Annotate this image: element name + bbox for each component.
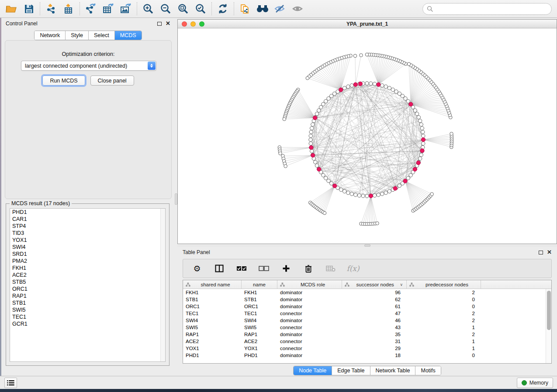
tab-edge-table[interactable]: Edge Table (332, 366, 370, 375)
show-all-button[interactable] (289, 1, 306, 16)
leaf-node[interactable] (450, 132, 453, 136)
deselect-all-columns-button[interactable] (259, 263, 269, 274)
ring-node[interactable] (384, 191, 387, 194)
result-node-item[interactable]: TID3 (10, 230, 165, 237)
ring-node[interactable] (327, 97, 330, 100)
leaf-node[interactable] (323, 211, 326, 215)
table-row[interactable]: RAP1RAP1dominator352 (183, 331, 546, 338)
ring-node[interactable] (418, 157, 422, 160)
ring-node[interactable] (377, 193, 380, 196)
leaf-node[interactable] (279, 152, 282, 155)
save-session-button[interactable] (20, 1, 38, 16)
ring-node[interactable] (417, 115, 420, 119)
select-all-columns-button[interactable] (236, 263, 247, 274)
tab-select[interactable]: Select (89, 31, 115, 40)
column-header-predecessor-nodes[interactable]: predecessor nodes (407, 280, 481, 289)
ring-node[interactable] (315, 112, 318, 116)
refresh-layout-button[interactable] (214, 1, 232, 16)
mcds-hub-node[interactable] (409, 102, 413, 106)
leaf-node[interactable] (376, 222, 379, 225)
mcds-hub-node[interactable] (420, 149, 424, 153)
ring-node[interactable] (420, 127, 424, 130)
table-row[interactable]: SWI5SWI5connector431 (183, 324, 546, 331)
column-header-successor-nodes[interactable]: successor nodes∨ (342, 280, 407, 289)
open-file-button[interactable] (3, 1, 20, 16)
ring-node[interactable] (339, 188, 343, 191)
ring-node[interactable] (422, 134, 425, 138)
result-node-item[interactable]: RAP1 (10, 292, 165, 299)
close-panel-icon[interactable]: ✕ (166, 21, 170, 26)
global-search-field[interactable] (422, 3, 552, 15)
ring-node[interactable] (373, 82, 376, 86)
ring-node[interactable] (422, 142, 425, 145)
ring-node[interactable] (387, 189, 391, 193)
splitter-handle[interactable] (364, 244, 370, 247)
zoom-selected-button[interactable] (192, 1, 209, 16)
tab-style[interactable]: Style (66, 31, 89, 40)
result-node-item[interactable]: CAR1 (10, 216, 165, 223)
ring-node[interactable] (310, 127, 314, 130)
mcds-hub-node[interactable] (377, 83, 381, 86)
tab-network-table[interactable]: Network Table (370, 366, 416, 375)
ring-node[interactable] (314, 160, 317, 164)
apply-function-button[interactable]: f(x) (348, 263, 358, 274)
ring-node[interactable] (343, 86, 346, 90)
network-window-titlebar[interactable]: YPA_prune.txt_1 (178, 20, 557, 28)
ring-node[interactable] (369, 82, 373, 85)
mcds-hub-node[interactable] (309, 145, 313, 149)
result-node-item[interactable]: SWI4 (10, 244, 165, 251)
ring-node[interactable] (391, 88, 394, 91)
export-image-button[interactable] (117, 1, 135, 16)
ring-node[interactable] (394, 90, 398, 93)
result-node-item[interactable]: SWI5 (10, 306, 165, 313)
mcds-hub-node[interactable] (369, 194, 373, 198)
export-table-button[interactable] (100, 1, 117, 16)
mcds-hub-node[interactable] (339, 88, 343, 92)
criterion-dropdown[interactable]: largest connected component (undirected) (21, 61, 156, 71)
ring-node[interactable] (365, 194, 369, 198)
ring-node[interactable] (373, 194, 376, 197)
ring-node[interactable] (387, 86, 391, 90)
hide-selected-button[interactable] (271, 1, 289, 16)
ring-node[interactable] (365, 82, 369, 85)
ring-node[interactable] (357, 194, 361, 197)
leaf-node[interactable] (306, 76, 309, 80)
result-node-item[interactable]: YOX1 (10, 237, 165, 244)
ring-node[interactable] (421, 130, 425, 134)
result-node-item[interactable]: STB5 (10, 279, 165, 285)
mcds-hub-node[interactable] (358, 82, 362, 86)
import-table-button[interactable] (60, 1, 77, 16)
ring-node[interactable] (309, 142, 312, 145)
ring-node[interactable] (418, 119, 422, 123)
result-node-item[interactable]: STP4 (10, 223, 165, 230)
mcds-hub-node[interactable] (311, 153, 315, 157)
result-node-item[interactable]: TEC1 (10, 313, 165, 320)
mcds-hub-node[interactable] (313, 116, 317, 120)
scrollbar-thumb[interactable] (547, 291, 551, 330)
ring-node[interactable] (315, 164, 318, 167)
clone-network-button[interactable] (236, 1, 254, 16)
ring-node[interactable] (309, 138, 312, 141)
leaf-node[interactable] (353, 54, 357, 58)
add-column-button[interactable] (281, 263, 291, 274)
close-panel-icon[interactable]: ✕ (547, 250, 552, 254)
ring-node[interactable] (343, 189, 346, 193)
network-canvas[interactable] (178, 28, 557, 244)
table-row[interactable]: ORC1ORC1dominator610 (183, 303, 546, 310)
close-panel-button[interactable]: Close panel (90, 76, 134, 86)
leaf-node[interactable] (283, 117, 286, 121)
show-columns-button[interactable] (214, 263, 225, 274)
ring-node[interactable] (413, 109, 417, 112)
ring-node[interactable] (419, 123, 423, 126)
ring-node[interactable] (324, 176, 328, 180)
mcds-hub-node[interactable] (416, 161, 420, 165)
zoom-in-button[interactable] (139, 1, 157, 16)
tab-motifs[interactable]: Motifs (415, 366, 440, 375)
leaf-node[interactable] (430, 193, 434, 196)
result-node-item[interactable]: ORC1 (10, 285, 165, 292)
float-panel-icon[interactable] (157, 22, 162, 26)
ring-node[interactable] (361, 194, 365, 198)
ring-node[interactable] (398, 92, 401, 95)
tab-node-table[interactable]: Node Table (294, 366, 332, 375)
table-scrollbar[interactable] (546, 289, 551, 363)
